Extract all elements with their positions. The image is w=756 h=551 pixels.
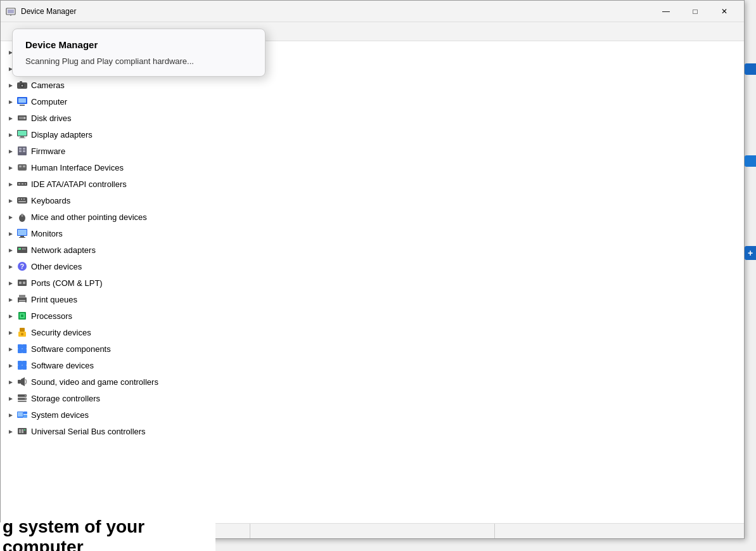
device-icon-cameras [16,79,29,91]
svg-rect-24 [23,148,25,150]
tree-item-cameras[interactable]: ►Cameras [1,77,744,93]
svg-rect-58 [19,300,25,301]
chevron-icon-usb: ► [6,426,16,436]
device-label-software-components: Software components [31,344,111,354]
window-controls: — □ ✕ [651,1,739,22]
tree-item-usb[interactable]: ►Universal Serial Bus controllers [1,423,744,439]
tree-item-computer[interactable]: ►Computer [1,93,744,110]
tree-item-firmware[interactable]: ►Firmware [1,143,744,159]
svg-point-2 [10,15,11,16]
device-icon-software-devices [16,359,29,372]
chevron-icon-firmware: ► [6,146,16,156]
title-bar: Device Manager — □ ✕ [1,1,744,22]
device-icon-hid [16,161,29,174]
window-icon [6,6,16,16]
svg-rect-83 [23,412,27,414]
device-icon-software-components [16,342,29,355]
tree-item-disk-drives[interactable]: ►Disk drives [1,110,744,126]
svg-rect-72 [18,365,22,370]
svg-rect-57 [19,295,25,298]
tree-item-software-devices[interactable]: ►Software devices [1,357,744,373]
svg-rect-26 [18,164,27,171]
tree-item-sound[interactable]: ►Sound, video and game controllers [1,373,744,390]
chevron-icon-software-devices: ► [6,360,16,370]
svg-rect-78 [18,401,27,402]
minimize-button[interactable]: — [651,1,681,22]
chevron-icon-cameras: ► [6,80,16,90]
svg-rect-87 [22,429,23,433]
tree-item-ports[interactable]: ►Ports (COM & LPT) [1,275,744,291]
tree-item-other[interactable]: ►?Other devices [1,258,744,275]
device-icon-storage [16,392,29,405]
device-label-security: Security devices [31,328,91,337]
chevron-icon-monitors: ► [6,228,16,238]
window-title: Device Manager [21,7,651,16]
device-label-ports: Ports (COM & LPT) [31,278,103,288]
device-label-software-devices: Software devices [31,361,94,370]
chevron-icon-print: ► [6,294,16,304]
device-label-keyboards: Keyboards [31,196,70,205]
svg-rect-25 [23,150,25,152]
svg-rect-33 [17,197,27,204]
svg-rect-63 [20,328,25,332]
maximize-button[interactable]: □ [681,1,710,22]
chevron-icon-system: ► [6,410,16,420]
tree-item-system[interactable]: ►System devices [1,406,744,423]
svg-rect-36 [23,198,25,200]
svg-rect-44 [19,237,25,238]
chevron-icon-software-components: ► [6,344,16,354]
device-label-hid: Human Interface Devices [31,163,124,172]
right-edge-btn-1[interactable] [745,63,756,75]
svg-rect-13 [20,105,25,106]
status-section-3 [495,524,739,538]
svg-rect-34 [18,198,20,200]
chevron-icon-hid: ► [6,162,16,172]
device-icon-disk-drives [16,112,29,124]
svg-point-65 [21,333,23,335]
device-manager-window: Device Manager — □ ✕ ►Biometric devices►… [0,0,745,539]
device-label-processors: Processors [31,311,72,321]
svg-rect-28 [23,165,25,167]
svg-rect-37 [18,201,26,202]
svg-rect-48 [22,248,23,250]
svg-rect-32 [25,183,26,185]
tree-item-processors[interactable]: ►Processors [1,308,744,324]
chevron-icon-other: ► [6,261,16,271]
device-icon-usb [16,425,29,438]
svg-rect-82 [18,412,23,417]
device-icon-processors [16,309,29,322]
tree-item-keyboards[interactable]: ►Keyboards [1,192,744,209]
chevron-icon-processors: ► [6,311,16,321]
tree-item-storage[interactable]: ►Storage controllers [1,390,744,406]
tree-item-network[interactable]: ►Network adapters [1,242,744,258]
device-label-sound: Sound, video and game controllers [31,377,158,387]
device-label-monitors: Monitors [31,229,63,238]
tree-item-security[interactable]: ►Security devices [1,324,744,340]
device-tree[interactable]: ►Biometric devices►BBluetooth►Cameras►Co… [1,41,744,523]
device-label-usb: Universal Serial Bus controllers [31,427,146,436]
svg-rect-66 [18,344,22,349]
device-label-network: Network adapters [31,245,96,255]
right-edge-plus[interactable]: + [745,246,756,260]
svg-point-9 [22,85,23,87]
svg-rect-59 [19,302,25,303]
device-label-storage: Storage controllers [31,394,100,403]
svg-rect-69 [22,349,27,353]
svg-rect-18 [18,131,27,136]
tree-item-monitors[interactable]: ►Monitors [1,225,744,242]
tree-item-ide[interactable]: ►IDE ATA/ATAPI controllers [1,176,744,192]
right-edge-btn-2[interactable] [745,155,756,167]
device-label-other: Other devices [31,262,82,271]
device-icon-display-adapters [16,128,29,141]
chevron-icon-network: ► [6,245,16,255]
svg-rect-31 [22,183,23,185]
close-button[interactable]: ✕ [710,1,739,22]
tree-item-software-components[interactable]: ►Software components [1,340,744,357]
tree-item-display-adapters[interactable]: ►Display adapters [1,126,744,143]
device-label-print: Print queues [31,295,77,304]
tree-item-hid[interactable]: ►Human Interface Devices [1,159,744,176]
tree-item-print[interactable]: ►Print queues [1,291,744,308]
device-icon-mice [16,211,29,223]
tree-item-mice[interactable]: ►Mice and other pointing devices [1,209,744,225]
device-icon-other: ? [16,260,29,273]
